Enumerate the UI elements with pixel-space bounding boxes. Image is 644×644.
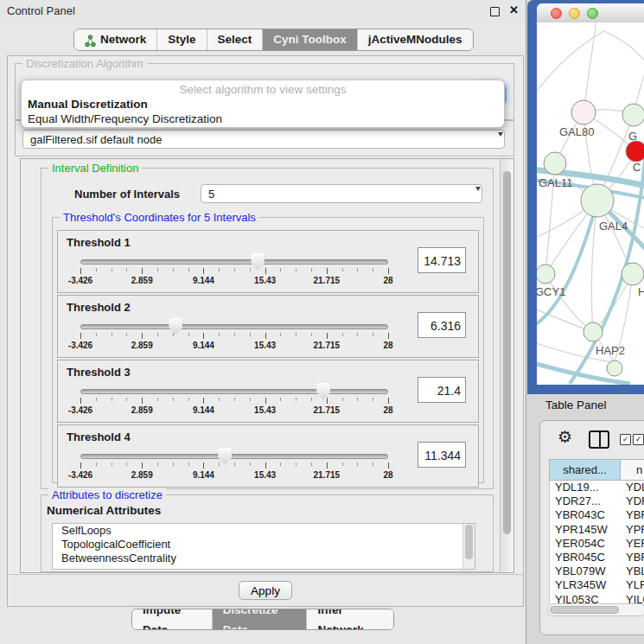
column-header[interactable]: shared... xyxy=(550,460,621,480)
threshold-slider[interactable]: -3.4262.8599.14415.4321.71528 xyxy=(80,389,388,420)
table-cell[interactable]: YDL19 xyxy=(621,481,644,494)
mode-tab-impute-data[interactable]: Impute Data xyxy=(132,609,213,629)
tab-select[interactable]: Select xyxy=(207,29,264,50)
zoom-traffic-light-icon[interactable] xyxy=(587,8,598,19)
combo-stepper-icon xyxy=(470,188,477,203)
checkbox-icon[interactable]: ✓ xyxy=(633,434,644,445)
tab-jactivemnodules[interactable]: jActiveMNodules xyxy=(358,29,473,50)
table-cell[interactable]: YER054C xyxy=(550,537,621,551)
tick-label: 21.715 xyxy=(314,470,341,480)
node-table: shared...n YDL19...YDL19YDR27...YDR27YBR… xyxy=(549,459,644,603)
list-item-betweennesscentrality[interactable]: BetweennessCentrality xyxy=(53,552,475,565)
table-cell[interactable]: YBL079W xyxy=(550,564,621,578)
network-node-h[interactable] xyxy=(622,263,644,285)
table-cell[interactable]: YBL07 xyxy=(621,564,644,578)
table-cell[interactable]: YIL053C xyxy=(550,593,621,604)
table-cell[interactable]: YBR04 xyxy=(621,551,644,564)
table-cell[interactable]: YDL19... xyxy=(550,481,621,494)
threshold-value-field[interactable]: 14.713 xyxy=(418,247,466,273)
tick-label: 28 xyxy=(383,405,392,415)
table-row[interactable]: YDR27...YDR27 xyxy=(550,494,644,508)
threshold-value-field[interactable]: 6.316 xyxy=(418,312,466,338)
list-item-topologicalcoefficient[interactable]: TopologicalCoefficient xyxy=(53,538,475,552)
table-cell[interactable]: YDR27... xyxy=(550,494,621,508)
table-row[interactable]: YBR043CYBR04 xyxy=(550,508,644,522)
network-node-c[interactable] xyxy=(626,141,644,162)
settings-scroll-pane: Interval Definition Number of Intervals … xyxy=(20,158,514,573)
network-node-hap2[interactable] xyxy=(583,322,603,341)
table-row[interactable]: YIL053CYIL05 xyxy=(550,593,644,604)
tick-label: 21.715 xyxy=(314,276,341,285)
network-window: GAL80GCGAL11GAL4GCY1HHAP2 xyxy=(527,0,644,394)
table-horizontal-scrollbar[interactable] xyxy=(547,603,644,616)
table-row[interactable]: YER054CYER05 xyxy=(550,537,644,551)
tick-label: 9.144 xyxy=(193,470,214,480)
threshold-value-field[interactable]: 21.4 xyxy=(418,377,466,403)
minimize-traffic-light-icon[interactable] xyxy=(569,8,580,19)
float-window-icon[interactable] xyxy=(490,7,500,16)
list-item-selfloops[interactable]: SelfLoops xyxy=(53,524,475,538)
table-cell[interactable]: YLR345W xyxy=(550,578,621,592)
tab-cyni-toolbox[interactable]: Cyni Toolbox xyxy=(263,29,358,50)
mode-tab-infer-network[interactable]: Infer Network xyxy=(307,609,393,629)
table-cell[interactable]: YBR045C xyxy=(550,551,621,564)
table-cell[interactable]: YDR27 xyxy=(621,494,644,508)
table-row[interactable]: YDL19...YDL19 xyxy=(550,481,644,494)
network-node-gal80[interactable] xyxy=(571,100,596,124)
network-window-titlebar[interactable] xyxy=(537,3,644,23)
dropdown-option-manual[interactable]: Manual Discretization xyxy=(22,97,504,112)
threshold-slider[interactable]: -3.4262.8599.14415.4321.71528 xyxy=(80,259,388,290)
close-traffic-light-icon[interactable] xyxy=(551,8,562,19)
tick-label: 9.144 xyxy=(193,405,214,415)
table-row[interactable]: YPR145WYPR14 xyxy=(550,523,644,537)
threshold-slider[interactable]: -3.4262.8599.14415.4321.71528 xyxy=(80,454,388,485)
table-row[interactable]: YBR045CYBR04 xyxy=(550,551,644,564)
settings-vertical-scrollbar[interactable] xyxy=(500,159,513,572)
tab-network[interactable]: Network xyxy=(74,29,157,50)
network-edge xyxy=(537,31,604,103)
network-node-gcy1[interactable] xyxy=(537,265,555,284)
mode-tabs: Impute DataDiscretize DataInfer Network xyxy=(131,609,394,630)
split-columns-icon[interactable] xyxy=(589,430,609,449)
table-cell[interactable]: YPR145W xyxy=(550,523,621,537)
list-scrollbar[interactable] xyxy=(462,524,475,569)
close-icon[interactable]: ✕ xyxy=(509,3,519,16)
dropdown-option-equal-width[interactable]: Equal Width/Frequency Discretization xyxy=(22,112,504,126)
window-title: Control Panel xyxy=(7,4,75,17)
gear-icon[interactable]: ⚙ xyxy=(558,428,572,447)
table-data-combo[interactable]: galFiltered.sif default node xyxy=(22,130,505,149)
tick-label: 2.859 xyxy=(131,341,153,350)
control-panel-window: Control Panel ✕ NetworkStyleSelectCyni T… xyxy=(0,0,526,644)
network-icon xyxy=(85,34,96,47)
table-cell[interactable]: YIL05 xyxy=(621,593,644,604)
table-cell[interactable]: YER05 xyxy=(621,537,644,551)
network-canvas[interactable]: GAL80GCGAL11GAL4GCY1HHAP2 xyxy=(537,22,644,385)
tick-label: 2.859 xyxy=(131,470,153,480)
column-header[interactable]: n xyxy=(621,460,644,480)
table-row[interactable]: YBL079WYBL07 xyxy=(550,564,644,578)
tick-label: 9.144 xyxy=(193,341,214,350)
threshold-label: Threshold 4 xyxy=(67,430,131,443)
apply-button[interactable]: Apply xyxy=(239,581,292,600)
network-node-g[interactable] xyxy=(622,104,644,126)
table-cell[interactable]: YBR043C xyxy=(550,508,621,522)
combo-stepper-icon xyxy=(493,134,500,149)
numerical-attributes-label: Numerical Attributes xyxy=(47,504,161,517)
threshold-slider[interactable]: -3.4262.8599.14415.4321.71528 xyxy=(80,324,388,355)
num-intervals-combo[interactable]: 5 xyxy=(201,184,482,203)
tick-label: -3.426 xyxy=(68,341,92,350)
network-node-gal4[interactable] xyxy=(581,184,614,217)
table-cell[interactable]: YPR14 xyxy=(621,523,644,537)
group-title: Attributes to discretize xyxy=(48,488,166,501)
network-node[interactable] xyxy=(607,360,622,376)
table-cell[interactable]: YBR04 xyxy=(621,508,644,522)
tab-style[interactable]: Style xyxy=(157,29,207,50)
network-node-gal11[interactable] xyxy=(544,152,566,175)
mode-tab-discretize-data[interactable]: Discretize Data xyxy=(213,609,308,629)
checkbox-icon[interactable]: ✓ xyxy=(620,434,631,445)
threshold-value-field[interactable]: 11.344 xyxy=(418,442,466,468)
table-row[interactable]: YLR345WYLR34 xyxy=(550,578,644,592)
threshold-panel-3: Threshold 3-3.4262.8599.14415.4321.71528… xyxy=(57,360,479,423)
table-cell[interactable]: YLR34 xyxy=(621,578,644,592)
table-data-value: galFiltered.sif default node xyxy=(30,133,162,146)
